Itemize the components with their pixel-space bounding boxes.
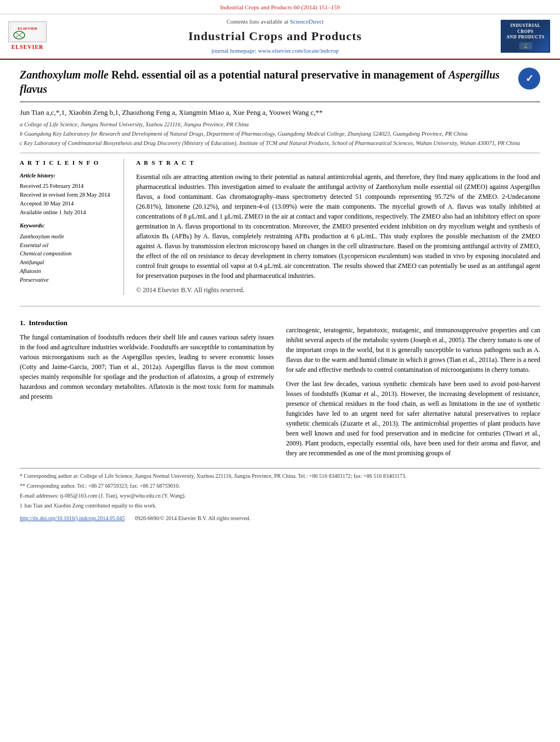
intro-para2: carcinogenic, teratogenic, hepatotoxic, … (286, 325, 540, 375)
journal-banner: ELSEVIER ELSEVIER Contents lists availab… (0, 14, 560, 59)
affiliation-b: b Guangdong Key Laboratory for Research … (20, 130, 540, 138)
intro-heading: 1. Introduction (20, 317, 274, 328)
keywords-group: Keywords: Zanthoxylum molle Essential oi… (20, 222, 116, 284)
contents-label: Contents lists available at ScienceDirec… (49, 18, 501, 26)
svg-text:ELSEVIER: ELSEVIER (18, 26, 37, 31)
available-date: Available online 1 July 2014 (20, 208, 116, 217)
svg-text:✓: ✓ (525, 73, 534, 84)
abstract-section: A B S T R A C T Essential oils are attra… (136, 159, 540, 294)
article-content: Zanthoxylum molle Rehd. essential oil as… (0, 60, 560, 300)
keywords-title: Keywords: (20, 222, 116, 230)
elsevier-logo-image: ELSEVIER (8, 21, 47, 42)
copyright-text: © 2014 Elsevier B.V. All rights reserved… (136, 285, 540, 295)
crossmark-badge: ✓ (518, 68, 540, 90)
elsevier-logo: ELSEVIER ELSEVIER (5, 21, 49, 51)
keyword-2: Essential oil (20, 241, 116, 250)
abstract-title: A B S T R A C T (136, 159, 540, 167)
revised-date: Received in revised form 28 May 2014 (20, 191, 116, 199)
footnote-2: ** Corresponding author. Tel.: +86 27 68… (20, 482, 540, 490)
article-info-title: A R T I C L E I N F O (20, 159, 116, 167)
abstract-text: Essential oils are attracting attention … (136, 172, 540, 281)
main-section-divider (20, 306, 540, 306)
journal-top-bar: Industrial Crops and Products 60 (2014) … (0, 3, 560, 14)
keyword-1: Zanthoxylum molle (20, 232, 116, 241)
section-divider (20, 153, 540, 153)
article-history-group: Article history: Received 25 February 20… (20, 172, 116, 217)
svg-text:🌿: 🌿 (524, 43, 527, 46)
journal-header: Industrial Crops and Products 60 (2014) … (0, 0, 560, 60)
elsevier-text: ELSEVIER (12, 43, 44, 51)
footnote-3: E-mail addresses: tj-085@163.com (J. Tia… (20, 492, 540, 500)
doi-link[interactable]: http://dx.doi.org/10.1016/j.indcrop.2014… (20, 515, 125, 521)
keyword-4: Antifungal (20, 258, 116, 267)
doi-bar: http://dx.doi.org/10.1016/j.indcrop.2014… (0, 511, 560, 526)
affiliation-a: a College of Life Science, Jiangsu Norma… (20, 121, 540, 129)
accepted-date: Accepted 30 May 2014 (20, 199, 116, 208)
authors-text: Jun Tian a,c,*,1, Xiaobin Zeng b,1, Zhao… (20, 108, 323, 116)
svg-text:ICP: ICP (524, 47, 527, 49)
received-date: Received 25 February 2014 (20, 182, 116, 191)
article-info-column: A R T I C L E I N F O Article history: R… (20, 159, 124, 294)
journal-title: Industrial Crops and Products (49, 28, 501, 45)
main-col-right: carcinogenic, teratogenic, hepatotoxic, … (286, 312, 540, 462)
intro-para3: Over the last few decades, various synth… (286, 379, 540, 458)
affiliation-c: c Key Laboratory of Combinatorial Biosyn… (20, 140, 540, 148)
footnote-1: * Corresponding author at: College of Li… (20, 472, 540, 480)
journal-citation: Industrial Crops and Products 60 (2014) … (220, 4, 340, 10)
article-title-text: Zanthoxylum molle Rehd. essential oil as… (20, 68, 509, 96)
keyword-5: Aflatoxin (20, 267, 116, 276)
authors-line: Jun Tian a,c,*,1, Xiaobin Zeng b,1, Zhao… (20, 108, 540, 118)
intro-para1: The fungal contamination of foodstuffs r… (20, 332, 274, 401)
article-title-section: Zanthoxylum molle Rehd. essential oil as… (20, 68, 540, 102)
footnote-4: 1 Jun Tian and Xiaobin Zeng contributed … (20, 501, 540, 510)
journal-logo-right: INDUSTRIAL CROPS AND PRODUCTS 🌿 ICP (501, 20, 550, 53)
keyword-6: Preservative (20, 276, 116, 284)
sciencedirect-link[interactable]: ScienceDirect (290, 18, 324, 25)
article-title: Zanthoxylum molle Rehd. essential oil as… (20, 68, 518, 96)
keyword-3: Chemical composition (20, 249, 116, 258)
article-history-title: Article history: (20, 172, 116, 180)
article-body: A R T I C L E I N F O Article history: R… (20, 159, 540, 294)
footnotes-section: * Corresponding author at: College of Li… (20, 468, 540, 510)
journal-title-center: Contents lists available at ScienceDirec… (49, 18, 501, 55)
issn-text: 0926-6690/© 2014 Elsevier B.V. All right… (135, 515, 250, 521)
main-content: 1. Introduction The fungal contamination… (0, 312, 560, 462)
journal-homepage: journal homepage: www.elsevier.com/locat… (49, 47, 501, 55)
affiliations: a College of Life Science, Jiangsu Norma… (20, 121, 540, 147)
keywords-list: Zanthoxylum molle Essential oil Chemical… (20, 232, 116, 284)
main-col-left: 1. Introduction The fungal contamination… (20, 312, 274, 462)
